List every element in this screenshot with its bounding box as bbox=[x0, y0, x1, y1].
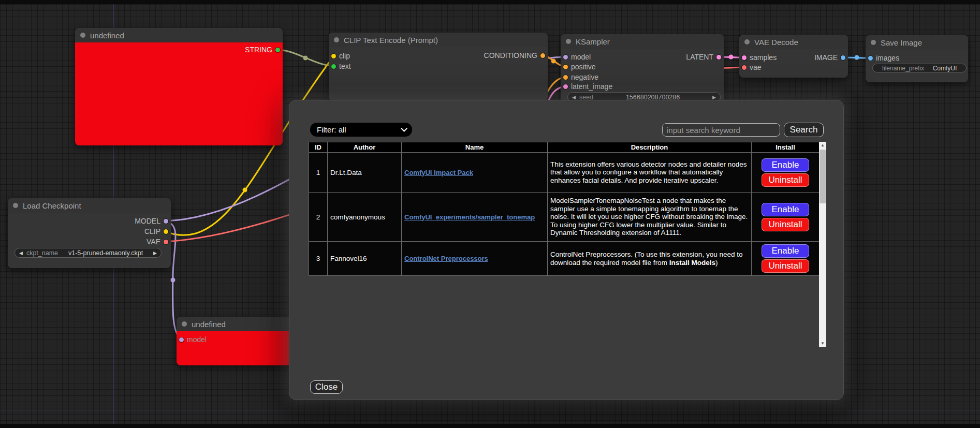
conditioning-slot-dot[interactable] bbox=[540, 53, 545, 58]
collapse-dot-icon[interactable] bbox=[744, 39, 750, 45]
output-slot-latent[interactable]: LATENT bbox=[686, 53, 721, 61]
collapse-dot-icon[interactable] bbox=[182, 321, 187, 327]
node-title-bar[interactable]: Load Checkpoint bbox=[8, 198, 171, 213]
node-vae-decode[interactable]: VAE Decode samples vae IMAGE bbox=[739, 35, 848, 78]
link-middle-dot bbox=[303, 56, 308, 61]
widget-value[interactable]: ComfyUI bbox=[933, 65, 957, 72]
extension-link[interactable]: ComfyUI_experiments/sampler_tonemap bbox=[404, 213, 535, 221]
cell-description: ModelSamplerTonemapNoiseTest a node that… bbox=[548, 193, 752, 242]
collapse-dot-icon[interactable] bbox=[871, 40, 876, 45]
node-title-bar[interactable]: VAE Decode bbox=[739, 35, 848, 49]
node-undefined-bottom[interactable]: undefined model bbox=[177, 317, 295, 365]
node-save-image[interactable]: Save Image images filename_prefix ComfyU… bbox=[866, 35, 968, 82]
string-slot-dot[interactable] bbox=[331, 64, 336, 69]
vae-slot-dot[interactable] bbox=[164, 240, 168, 244]
output-slot-string[interactable]: STRING bbox=[245, 46, 280, 54]
node-title-bar[interactable]: undefined bbox=[75, 28, 283, 42]
latent-slot-dot[interactable] bbox=[563, 84, 568, 89]
collapse-dot-icon[interactable] bbox=[566, 39, 571, 44]
conditioning-slot-dot[interactable] bbox=[563, 75, 568, 80]
clip-slot-dot[interactable] bbox=[164, 229, 168, 234]
input-slot-images[interactable]: images bbox=[868, 54, 899, 62]
table-scrollbar[interactable]: ▲ ▼ bbox=[819, 142, 826, 347]
input-slot-model[interactable]: model bbox=[179, 335, 207, 344]
input-slot-latent-image[interactable]: latent_image bbox=[563, 82, 612, 91]
enable-button[interactable]: Enable bbox=[762, 158, 809, 172]
widget-increment-arrow-icon[interactable]: ▶ bbox=[712, 95, 716, 100]
widget-prev-arrow-icon[interactable]: ◀ bbox=[19, 250, 23, 256]
node-title: undefined bbox=[90, 31, 124, 40]
scroll-down-arrow-icon[interactable]: ▼ bbox=[819, 340, 826, 347]
node-load-checkpoint[interactable]: Load Checkpoint MODEL CLIP VAE ◀ ckpt_na… bbox=[8, 198, 171, 268]
header-author: Author bbox=[328, 142, 402, 153]
cell-id: 2 bbox=[309, 193, 328, 242]
link-middle-dot bbox=[551, 59, 556, 64]
enable-button[interactable]: Enable bbox=[762, 203, 809, 216]
node-title-bar[interactable]: Save Image bbox=[866, 35, 968, 50]
widget-decrement-arrow-icon[interactable]: ◀ bbox=[572, 95, 576, 100]
node-clip-text-encode[interactable]: CLIP Text Encode (Prompt) clip text COND… bbox=[329, 33, 548, 101]
node-title-bar[interactable]: undefined bbox=[177, 317, 295, 331]
widget-value[interactable]: v1-5-pruned-emaonly.ckpt bbox=[68, 249, 143, 257]
input-slot-samples[interactable]: samples bbox=[742, 53, 777, 62]
latent-slot-dot[interactable] bbox=[716, 55, 721, 60]
search-input[interactable] bbox=[662, 123, 780, 137]
output-slot-clip[interactable]: CLIP bbox=[144, 227, 168, 235]
link-middle-dot bbox=[855, 55, 859, 60]
image-slot-dot[interactable] bbox=[841, 55, 845, 60]
model-slot-dot[interactable] bbox=[164, 219, 168, 224]
table-header-row: ID Author Name Description Install bbox=[309, 142, 820, 153]
enable-button[interactable]: Enable bbox=[762, 244, 809, 258]
filename-prefix-widget[interactable]: filename_prefix ComfyUI bbox=[872, 64, 967, 72]
uninstall-button[interactable]: Uninstall bbox=[762, 218, 809, 231]
widget-next-arrow-icon[interactable]: ▶ bbox=[153, 250, 157, 256]
widget-name: ckpt_name bbox=[26, 249, 58, 257]
search-button[interactable]: Search bbox=[784, 123, 824, 137]
input-slot-clip[interactable]: clip bbox=[331, 52, 350, 60]
collapse-dot-icon[interactable] bbox=[334, 37, 339, 42]
output-slot-model[interactable]: MODEL bbox=[135, 217, 168, 225]
table-row: 2 comfyanonymous ComfyUI_experiments/sam… bbox=[309, 193, 820, 242]
table-row: 1 Dr.Lt.Data ComfyUI Impact Pack This ex… bbox=[309, 153, 820, 193]
node-title: VAE Decode bbox=[754, 38, 798, 47]
node-undefined-top[interactable]: undefined STRING bbox=[75, 28, 283, 145]
node-title: CLIP Text Encode (Prompt) bbox=[344, 36, 438, 45]
model-slot-dot[interactable] bbox=[563, 55, 568, 60]
input-slot-vae[interactable]: vae bbox=[742, 63, 762, 71]
uninstall-button[interactable]: Uninstall bbox=[762, 259, 809, 273]
output-slot-conditioning[interactable]: CONDITIONING bbox=[484, 51, 545, 60]
slot-label: CONDITIONING bbox=[484, 51, 537, 60]
slot-label: MODEL bbox=[135, 217, 160, 225]
node-title-bar[interactable]: KSampler bbox=[561, 34, 724, 49]
filter-dropdown[interactable]: Filter: all bbox=[310, 123, 412, 137]
model-slot-dot[interactable] bbox=[179, 337, 184, 342]
node-ksampler[interactable]: KSampler model positive negative latent_… bbox=[561, 34, 724, 104]
collapse-dot-icon[interactable] bbox=[13, 203, 18, 208]
extension-link[interactable]: ControlNet Preprocessors bbox=[404, 255, 488, 262]
input-slot-positive[interactable]: positive bbox=[563, 63, 595, 71]
scroll-up-arrow-icon[interactable]: ▲ bbox=[819, 142, 826, 149]
input-slot-text[interactable]: text bbox=[331, 62, 351, 70]
node-title-bar[interactable]: CLIP Text Encode (Prompt) bbox=[329, 33, 548, 47]
scrollbar-thumb[interactable] bbox=[820, 150, 826, 203]
latent-slot-dot[interactable] bbox=[742, 55, 747, 60]
clip-slot-dot[interactable] bbox=[331, 54, 336, 58]
conditioning-slot-dot[interactable] bbox=[563, 65, 568, 69]
output-slot-vae[interactable]: VAE bbox=[147, 238, 168, 246]
image-slot-dot[interactable] bbox=[868, 56, 873, 61]
extension-link[interactable]: ComfyUI Impact Pack bbox=[404, 169, 473, 176]
output-slot-image[interactable]: IMAGE bbox=[814, 53, 845, 62]
string-slot-dot[interactable] bbox=[275, 48, 280, 52]
custom-nodes-manager-dialog: Filter: all Search ID Author Name Descri… bbox=[289, 100, 844, 400]
input-slot-negative[interactable]: negative bbox=[563, 73, 598, 81]
input-slot-model[interactable]: model bbox=[563, 53, 591, 61]
slot-label: vae bbox=[750, 63, 762, 71]
close-button[interactable]: Close bbox=[310, 380, 343, 394]
cell-author: Fannovel16 bbox=[328, 242, 402, 276]
ckpt-name-widget[interactable]: ◀ ckpt_name v1-5-pruned-emaonly.ckpt ▶ bbox=[14, 248, 162, 258]
collapse-dot-icon[interactable] bbox=[80, 33, 85, 38]
vae-slot-dot[interactable] bbox=[742, 65, 747, 70]
cell-id: 3 bbox=[309, 242, 328, 276]
slot-label: CLIP bbox=[144, 227, 160, 235]
uninstall-button[interactable]: Uninstall bbox=[762, 173, 809, 187]
